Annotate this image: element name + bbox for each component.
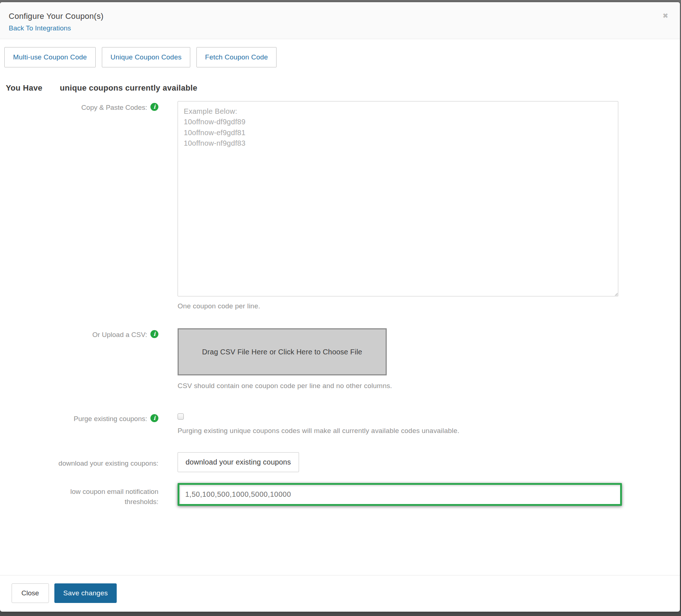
info-icon[interactable]: i xyxy=(150,414,158,422)
threshold-input-highlight xyxy=(178,483,622,506)
codes-helper-text: One coupon code per line. xyxy=(178,302,674,310)
threshold-label-group: low coupon email notification thresholds… xyxy=(6,483,158,507)
upload-csv-control: Drag CSV File Here or Click Here to Choo… xyxy=(178,328,674,390)
purge-checkbox[interactable] xyxy=(178,413,184,420)
modal-footer: Close Save changes xyxy=(0,575,680,612)
csv-dropzone[interactable]: Drag CSV File Here or Click Here to Choo… xyxy=(178,328,387,375)
tab-multi-use-coupon-code[interactable]: Multi-use Coupon Code xyxy=(4,47,96,67)
modal-body: Multi-use Coupon Code Unique Coupon Code… xyxy=(0,39,680,575)
purge-control: Purging existing unique coupons codes wi… xyxy=(178,412,674,435)
threshold-label: low coupon email notification thresholds… xyxy=(51,487,158,507)
download-label-group: download your existing coupons: xyxy=(6,452,158,469)
coupon-codes-textarea[interactable]: Example Below: 10offnow-df9gdf89 10offno… xyxy=(178,101,618,296)
save-changes-button[interactable]: Save changes xyxy=(54,583,117,603)
available-coupons-summary: You Haveunique coupons currently availab… xyxy=(6,83,674,93)
download-existing-coupons-button[interactable]: download your existing coupons xyxy=(178,452,299,472)
threshold-control xyxy=(178,483,674,506)
upload-csv-label: Or Upload a CSV: xyxy=(92,330,147,340)
purge-label-group: Purge existing coupons: i xyxy=(6,412,158,424)
download-control: download your existing coupons xyxy=(178,452,674,472)
copy-paste-codes-row: Copy & Paste Codes: i Example Below: 10o… xyxy=(6,101,674,310)
info-icon[interactable]: i xyxy=(150,330,158,338)
modal-header: Configure Your Coupon(s) Back To Integra… xyxy=(0,2,680,39)
copy-paste-codes-label: Copy & Paste Codes: xyxy=(81,103,147,113)
summary-suffix: unique coupons currently available xyxy=(60,83,197,92)
upload-csv-row: Or Upload a CSV: i Drag CSV File Here or… xyxy=(6,328,674,390)
download-label: download your existing coupons: xyxy=(58,458,158,469)
csv-helper-text: CSV should contain one coupon code per l… xyxy=(178,382,674,390)
coupon-config-modal: Configure Your Coupon(s) Back To Integra… xyxy=(0,2,680,612)
modal-title: Configure Your Coupon(s) xyxy=(9,12,671,21)
tab-unique-coupon-codes[interactable]: Unique Coupon Codes xyxy=(102,47,190,67)
threshold-row: low coupon email notification thresholds… xyxy=(6,483,674,507)
close-button[interactable]: Close xyxy=(12,583,49,603)
back-to-integrations-link[interactable]: Back To Integrations xyxy=(9,24,71,32)
purge-helper-text: Purging existing unique coupons codes wi… xyxy=(178,427,674,435)
coupon-type-tabs: Multi-use Coupon Code Unique Coupon Code… xyxy=(4,47,674,67)
download-coupons-row: download your existing coupons: download… xyxy=(6,452,674,472)
csv-dropzone-text: Drag CSV File Here or Click Here to Choo… xyxy=(202,348,362,356)
purge-coupons-row: Purge existing coupons: i Purging existi… xyxy=(6,412,674,435)
close-icon[interactable]: ✖ xyxy=(663,12,668,19)
upload-csv-label-group: Or Upload a CSV: i xyxy=(6,328,158,340)
copy-paste-codes-control: Example Below: 10offnow-df9gdf89 10offno… xyxy=(178,101,674,310)
copy-paste-codes-label-group: Copy & Paste Codes: i xyxy=(6,101,158,113)
tab-fetch-coupon-code[interactable]: Fetch Coupon Code xyxy=(196,47,277,67)
summary-prefix: You Have xyxy=(6,83,42,92)
purge-label: Purge existing coupons: xyxy=(74,414,147,424)
page-background: Configure Your Coupon(s) Back To Integra… xyxy=(0,0,681,616)
threshold-input[interactable] xyxy=(179,485,620,504)
info-icon[interactable]: i xyxy=(150,103,158,111)
